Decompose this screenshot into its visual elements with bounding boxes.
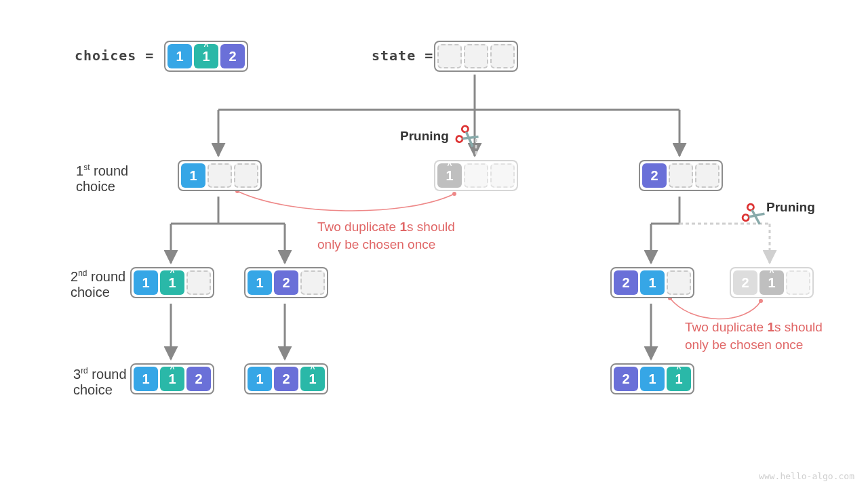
cell: 1 <box>134 270 158 295</box>
cell: 2 <box>186 367 211 391</box>
pruning-label-1: Pruning <box>400 129 449 144</box>
cell-pruned: 2 <box>733 270 757 295</box>
cell-pruned: 1 <box>760 270 784 295</box>
row2-label: 2nd round choice <box>71 268 125 300</box>
node-B-pruned: 1 <box>434 160 518 191</box>
choice-cell-1: 1 <box>167 44 192 68</box>
empty-cell <box>234 163 258 188</box>
empty-cell <box>437 44 462 68</box>
svg-point-4 <box>461 125 469 133</box>
cell: 1 <box>160 367 184 391</box>
choices-label: choices = <box>75 47 154 64</box>
cell: 1 <box>248 367 272 391</box>
choice-cell-2: 2 <box>220 44 245 68</box>
node-C1: 2 1 <box>610 267 694 298</box>
svg-point-1 <box>452 192 456 196</box>
duplicate-note-1: Two duplicate 1s should only be chosen o… <box>317 218 455 253</box>
empty-cell <box>464 44 488 68</box>
empty-cell <box>786 270 810 295</box>
node-A2x: 1 2 1 <box>244 363 328 394</box>
cell: 1 <box>134 367 158 391</box>
watermark: www.hello-algo.com <box>759 471 854 481</box>
empty-cell <box>667 270 691 295</box>
node-A1x: 1 1 2 <box>130 363 214 394</box>
empty-cell <box>186 270 211 295</box>
cell: 1 <box>640 367 665 391</box>
row3-label: 3rd round choice <box>73 366 127 398</box>
empty-cell <box>490 163 515 188</box>
node-A: 1 <box>178 160 262 191</box>
empty-cell <box>208 163 232 188</box>
svg-point-5 <box>455 135 463 143</box>
choices-group: 1 1 2 <box>164 41 248 72</box>
choice-cell-1hat: 1 <box>194 44 218 68</box>
cell: 2 <box>274 270 298 295</box>
empty-cell <box>695 163 719 188</box>
node-C1x: 2 1 1 <box>610 363 694 394</box>
cell: 2 <box>274 367 298 391</box>
cell-pruned: 1 <box>437 163 462 188</box>
svg-point-3 <box>759 299 763 303</box>
empty-cell <box>300 270 325 295</box>
cell: 1 <box>160 270 184 295</box>
scissors-icon <box>738 199 768 230</box>
node-A2: 1 2 <box>244 267 328 298</box>
svg-point-8 <box>747 203 755 211</box>
duplicate-note-2: Two duplicate 1s should only be chosen o… <box>685 319 823 353</box>
pruning-label-2: Pruning <box>766 200 815 215</box>
cell: 1 <box>667 367 691 391</box>
cell: 2 <box>614 367 638 391</box>
empty-cell <box>464 163 488 188</box>
empty-cell <box>669 163 693 188</box>
cell: 1 <box>300 367 325 391</box>
cell: 1 <box>181 163 205 188</box>
cell: 2 <box>614 270 638 295</box>
scissors-icon <box>452 121 483 152</box>
cell: 1 <box>640 270 665 295</box>
node-C: 2 <box>639 160 723 191</box>
node-C2-pruned: 2 1 <box>730 267 814 298</box>
empty-cell <box>490 44 515 68</box>
state-label: state = <box>372 47 433 64</box>
row1-label: 1st round choice <box>76 163 128 195</box>
state-group <box>434 41 518 72</box>
node-A1: 1 1 <box>130 267 214 298</box>
cell: 1 <box>248 270 272 295</box>
cell: 2 <box>642 163 667 188</box>
svg-point-9 <box>742 214 750 222</box>
